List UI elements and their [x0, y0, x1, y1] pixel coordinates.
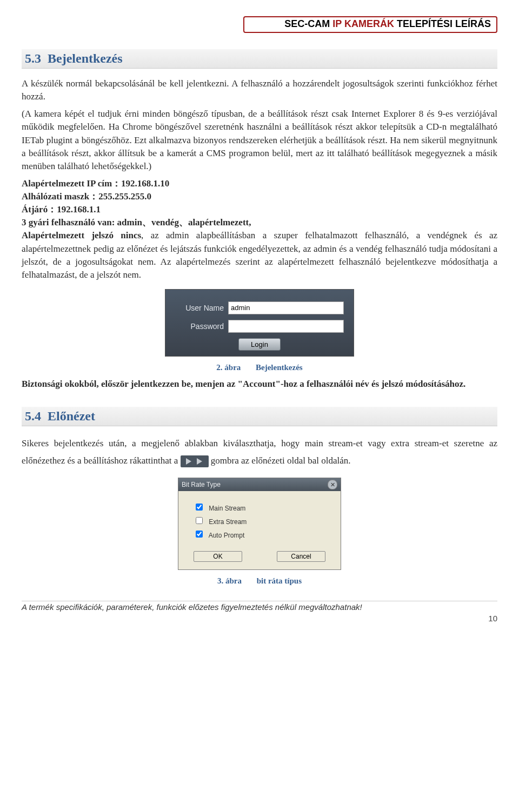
- section-heading-login: 5.3 Bejelentkezés: [22, 49, 497, 69]
- header-text-1: SEC-CAM: [284, 18, 332, 29]
- login-panel: User Name Password Login: [165, 289, 354, 357]
- ok-button[interactable]: OK: [194, 551, 242, 562]
- option-auto-prompt[interactable]: Auto Prompt: [194, 529, 329, 539]
- username-input[interactable]: [228, 301, 344, 314]
- dialog-title: Bit Rate Type: [182, 481, 221, 488]
- line-subnet: Alhálózati maszk：255.255.255.0: [22, 190, 497, 203]
- password-input[interactable]: [228, 320, 344, 333]
- figure-2-title: bit ráta típus: [257, 576, 302, 585]
- no-default-password: Alapértelmezett jelszó nincs: [22, 230, 141, 240]
- line-gateway: Átjáró：192.168.1.1: [22, 203, 497, 216]
- checkbox-extra-stream[interactable]: [196, 517, 203, 524]
- security-note: Biztonsági okokból, először jelentkezzen…: [22, 378, 497, 391]
- figure-1-number: 2. ábra: [216, 363, 241, 372]
- section-number-2: 5.4: [25, 409, 41, 423]
- dialog-titlebar: Bit Rate Type ✕: [178, 478, 341, 491]
- option-extra-stream[interactable]: Extra Stream: [194, 515, 329, 526]
- cancel-button[interactable]: Cancel: [277, 551, 325, 562]
- option-main-stream[interactable]: Main Stream: [194, 502, 329, 512]
- document-header: SEC-CAM IP KAMERÁK TELEPÍTÉSI LEÍRÁS: [243, 16, 497, 33]
- bitrate-dialog: Bit Rate Type ✕ Main Stream Extra Stream…: [178, 478, 341, 570]
- username-label: User Name: [175, 304, 224, 312]
- header-text-3: TELEPÍTÉSI LEÍRÁS: [397, 18, 491, 29]
- figure-caption-2: 3. ábra bit ráta típus: [22, 576, 497, 586]
- close-icon[interactable]: ✕: [328, 480, 337, 489]
- section-title-2: Előnézet: [48, 409, 95, 423]
- paragraph-intro: A készülék normál bekapcsolásánál be kel…: [22, 77, 497, 103]
- checkbox-auto-prompt[interactable]: [196, 531, 203, 538]
- section-heading-preview: 5.4 Előnézet: [22, 407, 497, 426]
- footer-disclaimer: A termék specifikációk, paraméterek, fun…: [22, 601, 497, 612]
- main-stream-label: Main Stream: [209, 505, 245, 512]
- page-number: 10: [22, 614, 497, 623]
- figure-2-number: 3. ábra: [217, 576, 242, 585]
- password-label: Password: [175, 322, 224, 331]
- line-default-ip: Alapértelmezett IP cím：192.168.1.10: [22, 177, 497, 190]
- section-number: 5.3: [25, 51, 41, 65]
- extra-stream-label: Extra Stream: [209, 518, 247, 526]
- paragraph-users: Alapértelmezett jelszó nincs, az admin a…: [22, 229, 497, 281]
- preview-text-b: gombra az előnézeti oldal bal oldalán.: [211, 455, 351, 466]
- auto-prompt-label: Auto Prompt: [209, 532, 245, 539]
- figure-1-title: Bejelentkezés: [256, 363, 303, 372]
- paragraph-compat: (A kamera képét el tudjuk érni minden bö…: [22, 108, 497, 173]
- play-icon[interactable]: [181, 455, 209, 467]
- figure-caption-1: 2. ábra Bejelentkezés: [22, 363, 497, 372]
- paragraph-preview: Sikeres bejelentkezés után, a megjelenő …: [22, 435, 497, 470]
- line-users-intro: 3 gyári felhasználó van: admin、vendég、al…: [22, 216, 497, 229]
- header-text-red: IP KAMERÁK: [332, 18, 397, 29]
- checkbox-main-stream[interactable]: [196, 504, 203, 511]
- login-button[interactable]: Login: [238, 338, 281, 351]
- section-title: Bejelentkezés: [48, 51, 123, 65]
